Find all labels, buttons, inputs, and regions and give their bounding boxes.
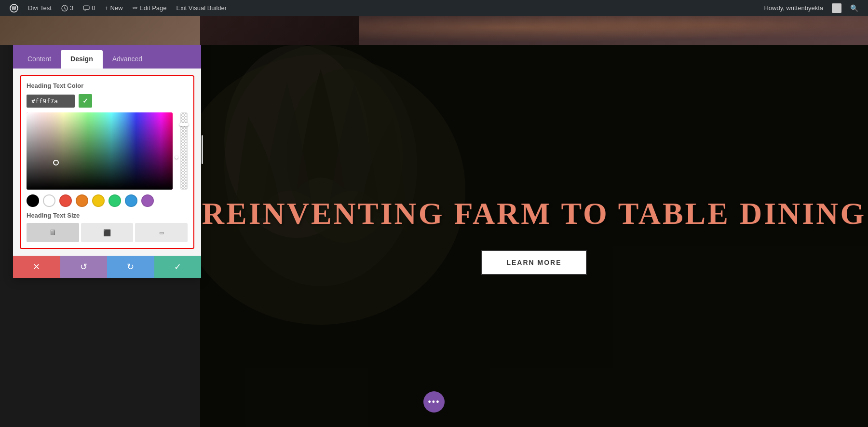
top-right-food-overlay <box>359 16 868 45</box>
learn-more-button[interactable]: LEARN MORE <box>481 250 586 275</box>
color-section-label: Heading Text Color <box>27 82 188 89</box>
color-confirm-button[interactable]: ✓ <box>79 94 92 108</box>
edit-page-button[interactable]: ✏ Edit Page <box>128 0 172 16</box>
swatch-yellow[interactable] <box>92 194 105 207</box>
spectrum-picker[interactable] <box>27 112 173 190</box>
admin-bar: W Divi Test 3 0 + New ✏ Edit Page Exit V… <box>0 0 868 16</box>
floating-dots-button[interactable]: ••• <box>423 391 445 413</box>
search-icon[interactable]: 🔍 <box>845 0 863 16</box>
hero-content: REINVENTING FARM TO TABLE DINING LEARN M… <box>200 45 868 427</box>
swatches-row <box>27 194 188 207</box>
swatch-purple[interactable] <box>141 194 154 207</box>
tablet-icon: ⬛ <box>103 229 111 236</box>
svg-text:W: W <box>12 6 16 11</box>
hero-area: REINVENTING FARM TO TABLE DINING LEARN M… <box>200 45 868 427</box>
main-content: REINVENTING FARM TO TABLE DINING LEARN M… <box>0 16 868 427</box>
desktop-icon: 🖥 <box>49 228 56 237</box>
opacity-thumb <box>179 123 189 126</box>
tab-design[interactable]: Design <box>61 50 103 69</box>
color-picker-main <box>27 112 188 190</box>
size-devices-row: 🖥 ⬛ ▭ <box>27 223 188 242</box>
swatch-black[interactable] <box>27 194 39 207</box>
swatch-blue[interactable] <box>125 194 137 207</box>
opacity-slider[interactable] <box>180 112 188 190</box>
hue-thumb <box>175 156 178 159</box>
cancel-button[interactable]: ✕ <box>13 256 60 278</box>
swatch-red[interactable] <box>59 194 72 207</box>
wp-logo[interactable]: W <box>5 0 23 16</box>
swatch-green[interactable] <box>108 194 121 207</box>
panel-bottom-bar: ✕ ↺ ↻ ✓ <box>13 256 201 278</box>
text-size-section: Heading Text Size 🖥 ⬛ ▭ <box>27 212 188 242</box>
color-hex-row: ✓ <box>27 94 188 108</box>
tab-advanced[interactable]: Advanced <box>103 50 152 69</box>
exit-builder-button[interactable]: Exit Visual Builder <box>172 0 232 16</box>
hero-heading: REINVENTING FARM TO TABLE DINING <box>202 197 866 231</box>
user-greeting: Howdy, writtenbyekta <box>759 0 828 16</box>
color-picker-section: Heading Text Color ✓ <box>20 75 194 249</box>
spectrum-black <box>27 112 173 190</box>
panel-content: Heading Text Color ✓ <box>13 69 201 256</box>
size-section-label: Heading Text Size <box>27 212 188 219</box>
revisions[interactable]: 3 <box>56 0 78 16</box>
user-avatar[interactable] <box>832 3 841 13</box>
undo-button[interactable]: ↺ <box>60 256 108 278</box>
swatch-white[interactable] <box>43 194 55 207</box>
tab-content[interactable]: Content <box>18 50 61 69</box>
redo-button[interactable]: ↻ <box>107 256 154 278</box>
panel-tabs: Content Design Advanced <box>13 50 201 69</box>
top-images-strip <box>0 16 868 45</box>
mobile-icon: ▭ <box>159 230 164 236</box>
site-name[interactable]: Divi Test <box>23 0 56 16</box>
top-middle-gap <box>200 16 359 45</box>
svg-rect-3 <box>83 6 89 10</box>
confirm-button[interactable]: ✓ <box>154 256 202 278</box>
tablet-size-input[interactable]: ⬛ <box>81 223 134 242</box>
top-right-food-image <box>359 16 868 45</box>
spectrum-cursor <box>53 160 59 165</box>
admin-bar-right: Howdy, writtenbyekta 🔍 <box>759 0 863 16</box>
new-button[interactable]: + New <box>100 0 127 16</box>
desktop-size-input[interactable]: 🖥 <box>27 223 79 242</box>
color-hex-input[interactable] <box>27 95 75 108</box>
mobile-size-input[interactable]: ▭ <box>135 223 188 242</box>
top-left-image <box>0 16 200 45</box>
comments[interactable]: 0 <box>78 0 100 16</box>
settings-panel: Heading Settings ⛶ ⊡ ⋮ Preset: Restauran… <box>13 21 201 278</box>
swatch-orange[interactable] <box>76 194 88 207</box>
